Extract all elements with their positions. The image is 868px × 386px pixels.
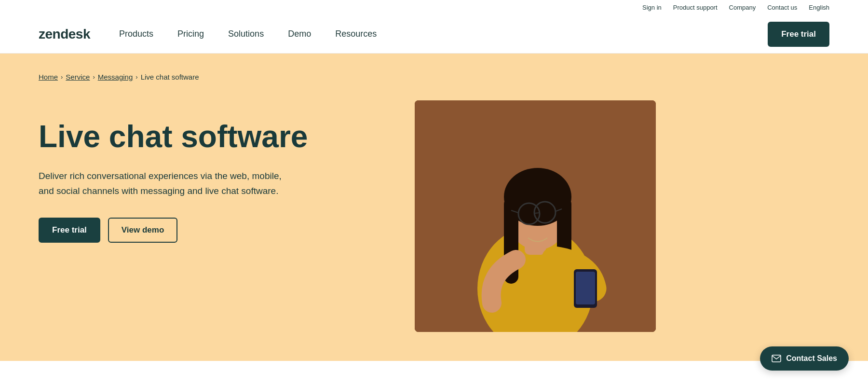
hero-image bbox=[415, 100, 656, 332]
breadcrumb-separator-1: › bbox=[61, 73, 63, 81]
main-nav: zendesk Products Pricing Solutions Demo … bbox=[0, 15, 868, 54]
nav-free-trial-button[interactable]: Free trial bbox=[768, 22, 829, 47]
breadcrumb-current: Live chat software bbox=[141, 73, 199, 81]
hero-image-background bbox=[415, 100, 656, 332]
nav-links: Products Pricing Solutions Demo Resource… bbox=[119, 29, 768, 39]
hero-description: Deliver rich conversational experiences … bbox=[39, 169, 299, 198]
hero-view-demo-button[interactable]: View demo bbox=[108, 218, 178, 243]
hero-title: Live chat software bbox=[39, 120, 376, 153]
contact-sales-button[interactable]: Contact Sales bbox=[760, 346, 849, 371]
utility-bar: Sign in Product support Company Contact … bbox=[0, 0, 868, 15]
nav-cta: Free trial bbox=[768, 22, 829, 47]
below-hero-section: A guide to the 15 best live chat bbox=[0, 361, 868, 386]
svg-line-9 bbox=[534, 213, 540, 213]
hero-illustration bbox=[415, 100, 656, 332]
hero-free-trial-button[interactable]: Free trial bbox=[39, 218, 100, 243]
language-link[interactable]: English bbox=[809, 4, 829, 11]
nav-solutions[interactable]: Solutions bbox=[228, 29, 264, 39]
breadcrumb-messaging[interactable]: Messaging bbox=[98, 73, 133, 81]
nav-demo[interactable]: Demo bbox=[288, 29, 311, 39]
sign-in-link[interactable]: Sign in bbox=[642, 4, 662, 11]
logo[interactable]: zendesk bbox=[39, 27, 90, 42]
hero-buttons: Free trial View demo bbox=[39, 218, 376, 243]
svg-rect-14 bbox=[772, 355, 781, 362]
hero-text: Live chat software Deliver rich conversa… bbox=[39, 100, 376, 243]
company-link[interactable]: Company bbox=[729, 4, 756, 11]
breadcrumb-service[interactable]: Service bbox=[66, 73, 90, 81]
nav-products[interactable]: Products bbox=[119, 29, 153, 39]
svg-rect-13 bbox=[576, 272, 595, 304]
nav-resources[interactable]: Resources bbox=[335, 29, 377, 39]
breadcrumb-home[interactable]: Home bbox=[39, 73, 58, 81]
mail-icon bbox=[772, 355, 781, 362]
contact-sales-label: Contact Sales bbox=[786, 354, 837, 363]
product-support-link[interactable]: Product support bbox=[673, 4, 718, 11]
breadcrumb: Home › Service › Messaging › Live chat s… bbox=[39, 73, 829, 81]
hero-content: Live chat software Deliver rich conversa… bbox=[39, 100, 829, 332]
contact-us-link[interactable]: Contact us bbox=[767, 4, 797, 11]
hero-section: Home › Service › Messaging › Live chat s… bbox=[0, 54, 868, 361]
breadcrumb-separator-3: › bbox=[136, 73, 137, 81]
breadcrumb-separator-2: › bbox=[93, 73, 95, 81]
nav-pricing[interactable]: Pricing bbox=[177, 29, 204, 39]
